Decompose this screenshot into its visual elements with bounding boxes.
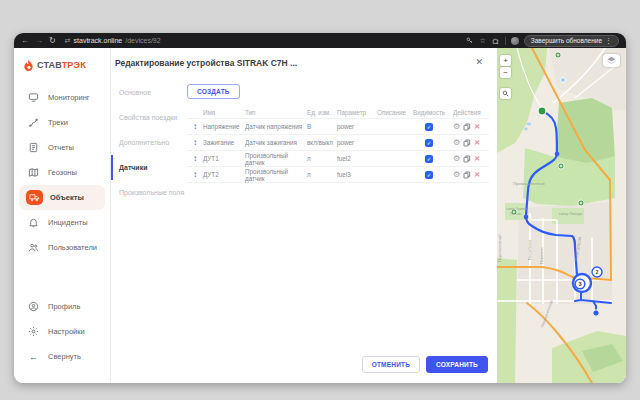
tab-additional[interactable]: Дополнительно <box>111 130 183 155</box>
table-row: ↕ ДУТ2 Произвольный датчик л fuel3 ✓ ⚙ ✕ <box>187 167 489 183</box>
sidebar-nav: Мониторинг Треки Отчеты <box>14 85 110 260</box>
street-label: Пирогова <box>540 247 544 264</box>
close-icon[interactable]: ✕ <box>475 57 483 67</box>
monitoring-icon <box>26 91 41 105</box>
row-delete-icon[interactable]: ✕ <box>474 139 480 147</box>
sensor-type: Произвольный датчик <box>245 152 307 166</box>
bookmark-star-icon[interactable]: ☆ <box>479 37 487 45</box>
extensions-puzzle-icon[interactable] <box>492 37 500 45</box>
sidebar-item-users[interactable]: Пользователи <box>14 235 110 260</box>
row-delete-icon[interactable]: ✕ <box>474 155 480 163</box>
visibility-checkbox[interactable]: ✓ <box>425 139 433 147</box>
park-label: России <box>510 212 521 216</box>
row-delete-icon[interactable]: ✕ <box>474 123 480 131</box>
sidebar-item-collapse[interactable]: ← Свернуть <box>14 344 110 369</box>
sensor-name: Зажигание <box>203 139 245 146</box>
street-label: Перспективный <box>498 234 502 262</box>
route-start-marker[interactable] <box>538 107 546 115</box>
sidebar-item-reports[interactable]: Отчеты <box>14 135 110 160</box>
street-label: Российская <box>528 240 532 260</box>
back-icon[interactable]: ← <box>21 37 29 45</box>
browser-profile-avatar[interactable] <box>511 37 519 45</box>
drag-handle-icon[interactable]: ↕ <box>187 154 203 163</box>
forward-icon[interactable]: → <box>35 37 43 45</box>
sidebar-item-objects[interactable]: Объекты <box>19 185 105 210</box>
modal-tabs: Основное Свойства поездки Дополнительно … <box>111 80 183 205</box>
tab-custom-fields[interactable]: Произвольные поля <box>111 180 183 205</box>
sensor-unit: л <box>307 155 337 162</box>
finish-update-button[interactable]: Завершить обновление ⋮ <box>524 35 619 47</box>
sensor-unit: л <box>307 171 337 178</box>
visibility-checkbox[interactable]: ✓ <box>425 171 433 179</box>
drag-handle-icon[interactable]: ↕ <box>187 170 203 179</box>
sidebar-item-tracks[interactable]: Треки <box>14 110 110 135</box>
map-canvas[interactable]: Промышленный сквер Победы сквер Героев Р… <box>497 48 626 383</box>
browser-actions: ☆ Завершить обновление ⋮ <box>466 35 619 47</box>
incidents-icon <box>26 216 41 230</box>
row-actions: ⚙ ✕ <box>453 171 489 179</box>
district-label: Промышленный <box>513 181 545 186</box>
reload-icon[interactable]: ↻ <box>49 37 56 45</box>
sidebar-item-profile[interactable]: Профиль <box>14 294 110 319</box>
row-copy-icon[interactable] <box>463 139 471 147</box>
sensors-panel: СОЗДАТЬ Имя Тип Ед. изм. Параметр Описан… <box>183 80 497 205</box>
app-logo[interactable]: СТАВТРЭК <box>14 56 110 74</box>
row-copy-icon[interactable] <box>463 123 471 131</box>
drag-handle-icon[interactable]: ↕ <box>187 138 203 147</box>
map-pond <box>524 128 528 131</box>
sidebar-item-geozones[interactable]: Геозоны <box>14 160 110 185</box>
cancel-button[interactable]: ОТМЕНИТЬ <box>362 356 420 373</box>
zoom-out-button[interactable]: − <box>500 67 511 78</box>
waypoint-marker[interactable] <box>560 77 565 82</box>
map-green-area <box>497 258 517 383</box>
sidebar-footer: Профиль Настройки ← Свернуть <box>14 294 110 369</box>
col-param: Параметр <box>337 109 377 116</box>
password-key-icon[interactable] <box>466 37 474 45</box>
sensor-name: ДУТ1 <box>203 155 245 162</box>
sensor-unit: В <box>307 123 337 130</box>
settings-gear-icon <box>26 325 41 339</box>
profile-icon <box>26 300 41 314</box>
drag-handle-icon[interactable]: ↕ <box>187 122 203 131</box>
visibility-checkbox[interactable]: ✓ <box>425 123 433 131</box>
address-bar[interactable]: ⇄ stavtrack.online/devices/92 <box>65 37 161 45</box>
sidebar: СТАВТРЭК Мониторинг Треки <box>14 48 111 383</box>
zoom-in-button[interactable]: + <box>500 55 511 66</box>
sensor-type: Произвольный датчик <box>245 168 307 182</box>
reports-icon <box>26 141 41 155</box>
map-panel[interactable]: Промышленный сквер Победы сквер Героев Р… <box>497 48 626 383</box>
url-path: /devices/92 <box>125 37 160 44</box>
row-settings-gear-icon[interactable]: ⚙ <box>453 171 460 179</box>
row-copy-icon[interactable] <box>463 171 471 179</box>
row-settings-gear-icon[interactable]: ⚙ <box>453 123 460 131</box>
map-layers-button[interactable] <box>603 54 620 67</box>
map-pond <box>527 122 531 125</box>
sensor-name: Напряжение <box>203 123 245 130</box>
geozones-icon <box>26 166 41 180</box>
route-end-marker[interactable] <box>593 310 599 316</box>
col-visibility: Видимость <box>413 109 453 116</box>
row-settings-gear-icon[interactable]: ⚙ <box>453 155 460 163</box>
browser-menu-icon[interactable]: ⋮ <box>605 37 612 45</box>
row-settings-gear-icon[interactable]: ⚙ <box>453 139 460 147</box>
sidebar-item-incidents[interactable]: Инциденты <box>14 210 110 235</box>
save-button[interactable]: СОХРАНИТЬ <box>426 356 488 373</box>
map-zoom-controls: + − <box>500 55 511 99</box>
row-delete-icon[interactable]: ✕ <box>474 171 480 179</box>
device-edit-modal: Редактирование устройства SITRAK C7H ...… <box>111 48 497 383</box>
tracks-icon <box>26 116 41 130</box>
site-info-icon[interactable]: ⇄ <box>65 37 71 45</box>
tab-sensors[interactable]: Датчики <box>111 155 183 180</box>
check-icon: ✓ <box>426 139 431 146</box>
tab-main[interactable]: Основное <box>111 80 183 105</box>
tab-trip-properties[interactable]: Свойства поездки <box>111 105 183 130</box>
create-sensor-button[interactable]: СОЗДАТЬ <box>187 84 240 99</box>
row-copy-icon[interactable] <box>463 155 471 163</box>
visibility-checkbox[interactable]: ✓ <box>425 155 433 163</box>
col-name: Имя <box>203 109 245 116</box>
sidebar-item-settings[interactable]: Настройки <box>14 319 110 344</box>
map-search-button[interactable] <box>500 88 511 99</box>
sidebar-item-monitoring[interactable]: Мониторинг <box>14 85 110 110</box>
col-type: Тип <box>245 109 307 116</box>
collapse-arrow-icon: ← <box>26 350 41 364</box>
